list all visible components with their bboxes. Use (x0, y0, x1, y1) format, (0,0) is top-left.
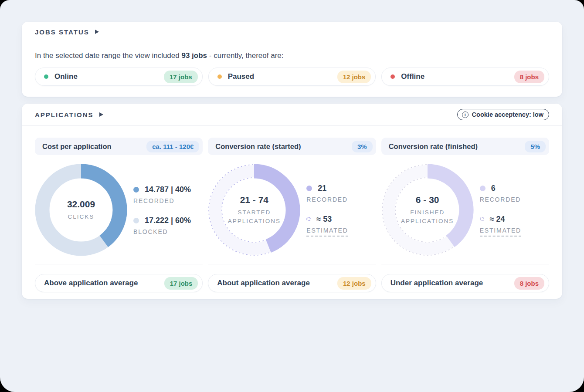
metric-bar: Conversion rate (finished) 5% (381, 138, 549, 155)
applications-title: APPLICATIONS (35, 111, 94, 118)
status-count-badge: 8 jobs (514, 71, 544, 83)
divider (208, 264, 376, 264)
status-count-badge: 17 jobs (164, 71, 198, 83)
cookie-badge-label: Cookie acceptency: low (472, 111, 543, 118)
divider (35, 264, 203, 264)
info-icon: i (462, 112, 469, 118)
under-average-pill[interactable]: Under application average 8 jobs (381, 274, 549, 292)
donut-row: 6 - 30 FINISHED APPLICATIONS 6 RECORDED (381, 163, 549, 257)
caret-right-icon (99, 112, 103, 117)
metric-bar: Conversion rate (started) 3% (208, 138, 376, 155)
metric-title: Conversion rate (finished) (389, 142, 478, 151)
metrics-columns: Cost per application ca. 111 - 120€ 32.0… (22, 126, 562, 292)
legend-item-recorded: 14.787 | 40% RECORDED (133, 185, 191, 204)
donut-row: 21 - 74 STARTED APPLICATIONS 21 RECORDED (208, 163, 376, 257)
status-label: Paused (228, 72, 337, 81)
metric-col-finished: Conversion rate (finished) 5% 6 - 30 FIN… (381, 138, 549, 292)
metric-col-cost: Cost per application ca. 111 - 120€ 32.0… (35, 138, 203, 292)
status-pill-offline[interactable]: Offline 8 jobs (381, 68, 549, 86)
metric-badge: 5% (525, 141, 546, 152)
legend-item-blocked: 17.222 | 60% BLOCKED (133, 216, 191, 235)
jobs-status-card: JOBS STATUS In the selected date range t… (22, 22, 562, 97)
donut-legend: 6 RECORDED ≈ 24 ESTIMATED (480, 184, 521, 237)
legend-item-estimated: ≈ 24 ESTIMATED (480, 215, 521, 237)
summary-suffix: - currently, thereof are: (209, 51, 284, 60)
status-label: Offline (401, 72, 514, 81)
jobs-status-summary: In the selected date range the view incl… (35, 51, 549, 60)
cookie-acceptency-badge[interactable]: i Cookie acceptency: low (457, 109, 549, 120)
donut-legend: 21 RECORDED ≈ 53 ESTIMATED (306, 184, 348, 237)
legend-dashed-circle-icon (306, 217, 311, 221)
clicks-donut-chart: 32.009 CLICKS (35, 164, 127, 256)
above-average-pill[interactable]: Above application average 17 jobs (35, 274, 203, 292)
offline-dot-icon (390, 74, 395, 79)
donut-legend: 14.787 | 40% RECORDED 17.222 | 60% BLOCK… (133, 185, 191, 235)
metric-badge: ca. 111 - 120€ (146, 141, 199, 152)
status-count-badge: 12 jobs (337, 71, 371, 83)
donut-row: 32.009 CLICKS 14.787 | 40% RECORDED (35, 163, 203, 257)
legend-item-estimated: ≈ 53 ESTIMATED (306, 215, 348, 237)
caret-right-icon (95, 30, 99, 34)
metric-col-started: Conversion rate (started) 3% 21 - 74 STA… (208, 138, 376, 292)
metric-badge: 3% (352, 141, 373, 152)
legend-dot-icon (480, 186, 486, 191)
legend-dashed-circle-icon (480, 217, 484, 221)
finished-applications-donut-chart: 6 - 30 FINISHED APPLICATIONS (381, 164, 474, 256)
jobs-status-toggle[interactable]: JOBS STATUS (35, 28, 99, 36)
status-pill-row: Online 17 jobs Paused 12 jobs Offline 8 … (35, 68, 549, 86)
jobs-count-badge: 17 jobs (164, 277, 198, 290)
status-pill-paused[interactable]: Paused 12 jobs (208, 68, 376, 86)
jobs-status-header: JOBS STATUS (22, 22, 562, 42)
divider (381, 264, 549, 264)
jobs-count-badge: 8 jobs (514, 277, 544, 290)
metric-bar: Cost per application ca. 111 - 120€ (35, 138, 203, 155)
applications-header: APPLICATIONS i Cookie acceptency: low (22, 104, 562, 126)
status-pill-online[interactable]: Online 17 jobs (35, 68, 203, 86)
jobs-count-badge: 12 jobs (337, 277, 371, 290)
status-label: Online (54, 72, 164, 81)
metric-title: Conversion rate (started) (215, 142, 301, 151)
summary-jobs-count: 93 jobs (181, 51, 207, 60)
legend-item-recorded: 21 RECORDED (306, 184, 348, 203)
applications-card: APPLICATIONS i Cookie acceptency: low Co… (22, 104, 562, 299)
jobs-status-title: JOBS STATUS (35, 28, 89, 36)
legend-dot-icon (133, 218, 139, 223)
metric-title: Cost per application (42, 142, 112, 151)
about-average-pill[interactable]: About application average 12 jobs (208, 274, 376, 292)
legend-dot-icon (306, 186, 312, 191)
started-applications-donut-chart: 21 - 74 STARTED APPLICATIONS (208, 164, 300, 256)
legend-item-recorded: 6 RECORDED (480, 184, 521, 203)
summary-prefix: In the selected date range the view incl… (35, 51, 180, 60)
applications-toggle[interactable]: APPLICATIONS (35, 111, 103, 118)
legend-dot-icon (133, 187, 139, 193)
online-dot-icon (44, 74, 48, 79)
paused-dot-icon (217, 74, 222, 79)
dashboard: JOBS STATUS In the selected date range t… (0, 0, 584, 392)
